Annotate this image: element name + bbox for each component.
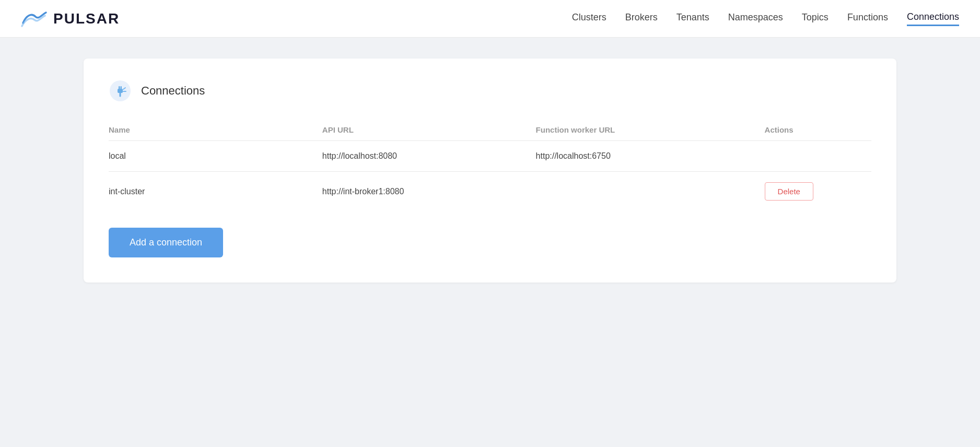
cell-api-url: http://localhost:8080 xyxy=(322,141,536,172)
cell-function-worker-url xyxy=(536,172,765,211)
nav-namespaces[interactable]: Namespaces xyxy=(728,12,783,25)
cell-name: int-cluster xyxy=(109,172,322,211)
delete-button[interactable]: Delete xyxy=(765,182,813,201)
nav-clusters[interactable]: Clusters xyxy=(572,12,606,25)
add-connection-button[interactable]: Add a connection xyxy=(109,228,223,257)
col-header-function-worker-url: Function worker URL xyxy=(536,119,765,141)
logo: PULSAR xyxy=(21,8,120,29)
nav-functions[interactable]: Functions xyxy=(847,12,888,25)
cell-actions: Delete xyxy=(765,172,871,211)
table-row: localhttp://localhost:8080http://localho… xyxy=(109,141,871,172)
col-header-api-url: API URL xyxy=(322,119,536,141)
nav-brokers[interactable]: Brokers xyxy=(625,12,658,25)
table-body: localhttp://localhost:8080http://localho… xyxy=(109,141,871,211)
connections-table: Name API URL Function worker URL Actions… xyxy=(109,119,871,211)
logo-icon xyxy=(21,8,48,29)
nav-tenants[interactable]: Tenants xyxy=(676,12,709,25)
col-header-name: Name xyxy=(109,119,322,141)
nav-topics[interactable]: Topics xyxy=(802,12,829,25)
card-title: Connections xyxy=(141,84,205,98)
svg-rect-2 xyxy=(119,86,120,89)
col-header-actions: Actions xyxy=(765,119,871,141)
card-header: Connections xyxy=(109,79,871,102)
connections-icon xyxy=(109,79,132,102)
cell-api-url: http://int-broker1:8080 xyxy=(322,172,536,211)
header: PULSAR Clusters Brokers Tenants Namespac… xyxy=(0,0,980,38)
main-nav: Clusters Brokers Tenants Namespaces Topi… xyxy=(572,11,959,26)
main-content: Connections Name API URL Function worker… xyxy=(0,38,980,303)
svg-rect-3 xyxy=(121,86,122,89)
cell-function-worker-url: http://localhost:6750 xyxy=(536,141,765,172)
nav-connections[interactable]: Connections xyxy=(907,11,959,26)
connections-card: Connections Name API URL Function worker… xyxy=(84,58,896,283)
table-header: Name API URL Function worker URL Actions xyxy=(109,119,871,141)
cell-name: local xyxy=(109,141,322,172)
logo-text: PULSAR xyxy=(53,10,120,27)
cell-actions xyxy=(765,141,871,172)
table-row: int-clusterhttp://int-broker1:8080Delete xyxy=(109,172,871,211)
